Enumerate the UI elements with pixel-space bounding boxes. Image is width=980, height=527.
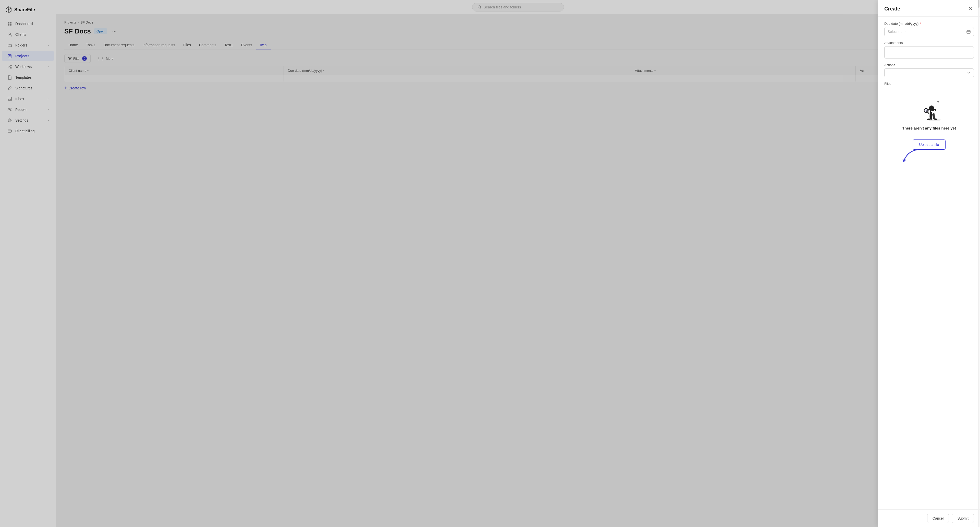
calendar-icon bbox=[966, 30, 970, 34]
files-section: Files ? bbox=[884, 82, 974, 170]
panel-footer: Cancel Submit bbox=[878, 509, 980, 527]
upload-file-button[interactable]: Upload a file bbox=[913, 139, 946, 150]
actions-select[interactable] bbox=[884, 69, 974, 77]
svg-text:?: ? bbox=[937, 101, 939, 104]
chevron-down-icon bbox=[967, 71, 970, 75]
close-panel-button[interactable]: ✕ bbox=[967, 5, 974, 12]
files-empty-state: ? There aren't any files here yet Upload… bbox=[884, 89, 974, 170]
date-placeholder: Select date bbox=[888, 30, 905, 34]
scrollbar[interactable] bbox=[978, 0, 980, 527]
actions-label: Actions bbox=[884, 63, 974, 67]
required-indicator: * bbox=[920, 22, 921, 26]
upload-area: Upload a file bbox=[913, 137, 946, 150]
due-date-field: Due date (mm/dd/yyyy) * Select date bbox=[884, 22, 974, 36]
empty-files-title: There aren't any files here yet bbox=[902, 126, 956, 130]
modal-overlay bbox=[0, 0, 980, 527]
attachments-field: Attachments bbox=[884, 41, 974, 59]
actions-field: Actions bbox=[884, 63, 974, 77]
svg-rect-15 bbox=[967, 30, 970, 34]
cancel-button[interactable]: Cancel bbox=[927, 514, 949, 523]
panel-header: Create ✕ bbox=[878, 0, 980, 17]
due-date-label: Due date (mm/dd/yyyy) * bbox=[884, 22, 974, 26]
empty-files-illustration: ? bbox=[912, 95, 947, 123]
attachments-input[interactable] bbox=[884, 46, 974, 59]
svg-point-17 bbox=[929, 105, 934, 110]
submit-button[interactable]: Submit bbox=[952, 514, 974, 523]
arrow-annotation bbox=[900, 149, 920, 164]
panel-body: Due date (mm/dd/yyyy) * Select date Atta… bbox=[878, 17, 980, 509]
create-panel: Create ✕ Due date (mm/dd/yyyy) * Select … bbox=[878, 0, 980, 527]
files-label: Files bbox=[884, 82, 974, 86]
scrollbar-thumb bbox=[978, 0, 980, 8]
due-date-input[interactable]: Select date bbox=[884, 27, 974, 36]
attachments-label: Attachments bbox=[884, 41, 974, 45]
panel-title: Create bbox=[884, 6, 900, 12]
